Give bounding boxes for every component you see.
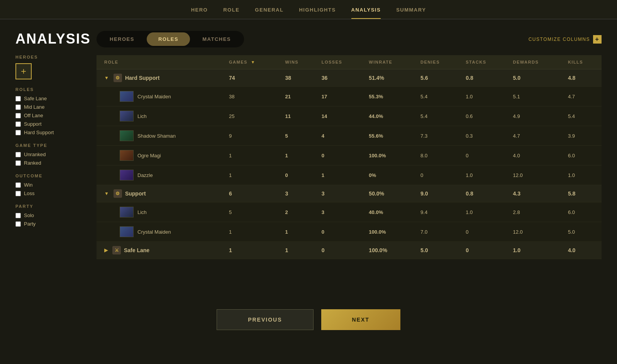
customize-columns-button[interactable]: CUSTOMIZE COLUMNS + <box>529 35 602 44</box>
sidebar-gametype-section: GAME TYPE UnrankedRanked <box>15 143 85 166</box>
hero-games-Crystal Maiden: 38 <box>224 87 280 106</box>
hero-winrate-Lich: 44.0% <box>363 106 415 126</box>
checkbox-label: Ranked <box>24 160 41 166</box>
checkbox-support[interactable] <box>15 121 21 127</box>
sidebar-role-safe-lane[interactable]: Safe Lane <box>15 96 85 101</box>
hero-avatar-shadow-shaman <box>120 130 134 141</box>
tab-roles[interactable]: ROLES <box>147 32 190 46</box>
hero-wins-Ogre Magi: 1 <box>280 146 316 165</box>
dewards-support: 4.3 <box>508 185 563 202</box>
customize-columns-label: CUSTOMIZE COLUMNS <box>529 37 590 42</box>
checkbox-solo[interactable] <box>15 213 21 218</box>
denies-hard-support: 5.6 <box>415 69 460 87</box>
hero-denies-Lich: 5.4 <box>415 106 460 126</box>
sidebar-gametype-unranked[interactable]: Unranked <box>15 152 85 157</box>
kills-support: 5.8 <box>563 185 602 202</box>
hero-wins-Lich: 2 <box>280 202 316 222</box>
hero-name-cell-lich: Lich <box>97 106 224 126</box>
hero-name-cell-shadow-shaman: Shadow Shaman <box>97 126 224 146</box>
sidebar-role-mid-lane[interactable]: Mid Lane <box>15 104 85 110</box>
role-name-support: Support <box>125 190 146 197</box>
previous-button[interactable]: PREVIOUS <box>217 309 313 330</box>
nav-item-summary[interactable]: SUMMARY <box>396 7 426 19</box>
sidebar-outcome-loss[interactable]: Loss <box>15 190 85 196</box>
hero-denies-Crystal Maiden: 5.4 <box>415 87 460 106</box>
hero-kills-Shadow Shaman: 3.9 <box>563 126 602 146</box>
checkbox-label: Hard Support <box>24 130 54 135</box>
collapse-arrow-support[interactable]: ▼ <box>104 191 109 196</box>
hero-stacks-Crystal Maiden: 1.0 <box>460 87 507 106</box>
tab-heroes[interactable]: HEROES <box>98 32 146 46</box>
hero-losses-Shadow Shaman: 4 <box>316 126 364 146</box>
collapse-arrow-hard-support[interactable]: ▼ <box>104 75 109 81</box>
role-row-hard-support: ▼ ⚙ Hard Support 74 38 36 51.4% 5.6 0.8 … <box>97 69 602 87</box>
hero-row-crystal-maiden: Crystal Maiden 38 21 17 55.3% 5.4 1.0 5.… <box>97 87 602 106</box>
hero-winrate-Crystal Maiden: 100.0% <box>363 222 415 242</box>
checkbox-party[interactable] <box>15 221 21 227</box>
hero-losses-Ogre Magi: 0 <box>316 146 364 165</box>
checkbox-safe-lane[interactable] <box>15 96 21 101</box>
hero-kills-Crystal Maiden: 4.7 <box>563 87 602 106</box>
hero-row-ogre-magi: Ogre Magi 1 1 0 100.0% 8.0 0 4.0 6.0 <box>97 146 602 165</box>
sidebar-party-party[interactable]: Party <box>15 221 85 227</box>
hero-games-Crystal Maiden: 1 <box>224 222 280 242</box>
denies-support: 9.0 <box>415 185 460 202</box>
role-cell-support: ▼ ⚙ Support <box>97 185 224 202</box>
checkbox-hard-support[interactable] <box>15 130 21 135</box>
checkbox-label: Mid Lane <box>24 104 44 110</box>
nav-item-general[interactable]: GENERAL <box>255 7 283 19</box>
sidebar-gametype-ranked[interactable]: Ranked <box>15 160 85 166</box>
hero-dewards-Shadow Shaman: 4.7 <box>508 126 563 146</box>
checkbox-label: Win <box>24 182 32 188</box>
checkbox-unranked[interactable] <box>15 152 21 157</box>
nav-item-analysis[interactable]: ANALYSIS <box>351 7 381 19</box>
checkbox-mid-lane[interactable] <box>15 104 21 110</box>
checkbox-label: Unranked <box>24 152 46 157</box>
col-losses: LOSSES <box>316 55 364 69</box>
games-hard-support: 74 <box>224 69 280 87</box>
hero-kills-Crystal Maiden: 5.0 <box>563 222 602 242</box>
hero-name-cell-ogre-magi: Ogre Magi <box>97 146 224 165</box>
sidebar-role-off-lane[interactable]: Off Lane <box>15 113 85 118</box>
hero-losses-Dazzle: 1 <box>316 165 364 185</box>
data-table: ROLE GAMES ▼ WINS LOSSES WINRATE DENIES … <box>97 55 602 259</box>
hero-label-crystal-maiden: Crystal Maiden <box>137 229 171 235</box>
hero-name-cell-dazzle: Dazzle <box>97 165 224 185</box>
bottom-nav: PREVIOUS NEXT <box>0 294 617 342</box>
nav-item-role[interactable]: ROLE <box>223 7 239 19</box>
role-row-safe-lane: ▶ ⚔ Safe Lane 1 1 0 100.0% 5.0 0 1.0 4.0 <box>97 242 602 259</box>
checkbox-win[interactable] <box>15 182 21 188</box>
hero-denies-Crystal Maiden: 7.0 <box>415 222 460 242</box>
hero-label-lich: Lich <box>137 113 147 119</box>
checkbox-loss[interactable] <box>15 191 21 196</box>
sidebar-roles-section: ROLES Safe LaneMid LaneOff LaneSupportHa… <box>15 87 85 135</box>
games-safe-lane: 1 <box>224 242 280 259</box>
checkbox-off-lane[interactable] <box>15 113 21 118</box>
sidebar-role-hard-support[interactable]: Hard Support <box>15 130 85 135</box>
checkbox-label: Safe Lane <box>24 96 47 101</box>
col-winrate: WINRATE <box>363 55 415 69</box>
sidebar-role-support[interactable]: Support <box>15 121 85 127</box>
plus-icon: + <box>593 35 602 44</box>
sidebar-outcome-win[interactable]: Win <box>15 182 85 188</box>
nav-item-hero[interactable]: HERO <box>191 7 208 19</box>
sidebar-party-solo[interactable]: Solo <box>15 212 85 218</box>
collapse-arrow-safe-lane[interactable]: ▶ <box>104 248 108 253</box>
sidebar-party-section: PARTY SoloParty <box>15 204 85 227</box>
next-button[interactable]: NEXT <box>321 309 400 330</box>
sidebar-heroes-section: HEROES + <box>15 55 85 79</box>
checkbox-ranked[interactable] <box>15 160 21 166</box>
col-games[interactable]: GAMES ▼ <box>224 55 280 69</box>
add-hero-button[interactable]: + <box>15 63 32 79</box>
hero-wins-Lich: 11 <box>280 106 316 126</box>
checkbox-label: Loss <box>24 190 34 196</box>
tab-matches[interactable]: MATCHES <box>191 32 242 46</box>
hero-row-crystal-maiden: Crystal Maiden 1 1 0 100.0% 7.0 0 12.0 5… <box>97 222 602 242</box>
main-layout: ANALYSIS HEROES + ROLES Safe LaneMid Lan… <box>0 19 617 271</box>
hero-kills-Lich: 5.4 <box>563 106 602 126</box>
hero-dewards-Crystal Maiden: 12.0 <box>508 222 563 242</box>
table-header-row: ROLE GAMES ▼ WINS LOSSES WINRATE DENIES … <box>97 55 602 69</box>
hero-dewards-Lich: 2.8 <box>508 202 563 222</box>
role-name-hard-support: Hard Support <box>125 75 159 81</box>
nav-item-highlights[interactable]: HIGHLIGHTS <box>299 7 336 19</box>
